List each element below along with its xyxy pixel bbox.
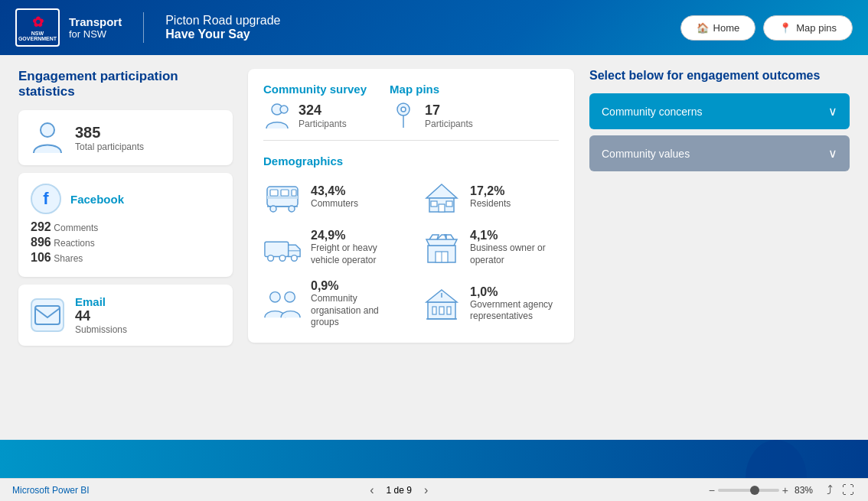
survey-row: Community survey 324 Participants [263, 83, 559, 141]
map-pins-label: Participants [425, 119, 473, 129]
project-main: Picton Road upgrade [165, 14, 280, 28]
header-divider [143, 12, 144, 43]
svg-rect-32 [439, 307, 444, 314]
demographics-section: Demographics [263, 155, 559, 329]
bottom-bar [0, 440, 868, 478]
email-title: Email [75, 295, 127, 308]
demo-community: 0,9% Community organisation and groups [263, 279, 400, 329]
project-title: Picton Road upgrade Have Your Say [165, 14, 280, 41]
facebook-icon: f [31, 184, 61, 214]
email-label-text: Submissions [75, 324, 127, 335]
svg-rect-18 [446, 201, 452, 207]
facebook-card: f Facebook 292 Comments 896 Reactions 10… [18, 173, 233, 277]
svg-rect-1 [35, 306, 60, 324]
demo-freight: 24,9% Freight or heavy vehicle operator [263, 229, 400, 267]
house-icon [423, 178, 461, 216]
brand-for-nsw: for NSW [69, 28, 122, 40]
business-pct: 4,1% [470, 229, 559, 242]
community-survey-item: 324 Participants [263, 102, 367, 129]
community-survey-label: Participants [299, 119, 347, 129]
svg-rect-7 [267, 196, 298, 199]
community-survey-title: Community survey [263, 83, 367, 96]
facebook-shares: 106 Shares [31, 251, 220, 265]
map-pins-title: Map pins [390, 83, 473, 96]
community-survey-section: Community survey 324 Participants [263, 83, 367, 129]
commuters-pct: 43,4% [311, 184, 358, 198]
government-data: 1,0% Government agency representatives [470, 285, 559, 323]
freight-pct: 24,9% [311, 229, 400, 242]
business-desc: Business owner or operator [470, 242, 559, 266]
footer-right: − + 83% ⤴ ⛶ [709, 482, 856, 499]
demo-business: 4,1% Business owner or operator [423, 229, 559, 267]
powerbi-link[interactable]: Microsoft Power BI [12, 485, 90, 496]
svg-point-21 [268, 255, 274, 262]
bus-icon [263, 178, 302, 216]
svg-point-23 [292, 255, 298, 262]
shop-icon [423, 229, 461, 267]
community-concerns-button[interactable]: Community concerns ∨ [589, 93, 850, 129]
total-participants-card: 385 Total participants [18, 110, 233, 165]
home-button[interactable]: 🏠 Home [680, 15, 756, 41]
community-concerns-label: Community concerns [602, 106, 703, 118]
residents-pct: 17,2% [470, 184, 511, 198]
facebook-reactions-number: 896 [31, 236, 51, 249]
nsw-logo: ✿ NSWGOVERNMENT [15, 8, 60, 47]
next-page-button[interactable]: › [419, 482, 432, 499]
people-icon [263, 285, 302, 323]
svg-marker-14 [426, 184, 457, 198]
svg-point-3 [280, 106, 288, 113]
zoom-minus[interactable]: − [709, 484, 715, 496]
header-buttons: 🏠 Home 📍 Map pins [680, 15, 853, 41]
zoom-plus[interactable]: + [782, 484, 788, 496]
email-info: Email 44 Submissions [75, 295, 127, 335]
community-survey-number: 324 [299, 102, 347, 119]
map-pins-item: 17 Participants [390, 102, 473, 129]
community-pct: 0,9% [311, 279, 400, 293]
svg-rect-19 [265, 242, 289, 256]
share-button[interactable]: ⤴ [825, 482, 834, 499]
map-pins-number: 17 [425, 102, 473, 119]
zoom-slider-thumb[interactable] [750, 486, 759, 495]
svg-rect-33 [447, 307, 451, 314]
community-survey-data: 324 Participants [299, 102, 347, 129]
map-pins-button[interactable]: 📍 Map pins [763, 15, 853, 41]
svg-point-28 [285, 292, 295, 302]
facebook-shares-number: 106 [31, 251, 51, 264]
stats-panel: Community survey 324 Participants [248, 69, 574, 343]
chevron-down-icon-2: ∨ [828, 146, 837, 161]
nsw-flower: ✿ [32, 14, 44, 31]
residents-data: 17,2% Residents [470, 184, 511, 210]
map-pins-data: 17 Participants [425, 102, 473, 129]
home-icon: 🏠 [697, 22, 709, 34]
svg-point-12 [270, 206, 276, 212]
truck-icon [263, 229, 302, 267]
prev-page-button[interactable]: ‹ [365, 482, 378, 499]
nsw-gov-text: NSWGOVERNMENT [18, 31, 57, 41]
svg-rect-9 [281, 190, 289, 196]
email-number: 44 [75, 308, 127, 324]
facebook-comments: 292 Comments [31, 220, 220, 234]
footer-left: Microsoft Power BI [12, 485, 90, 496]
facebook-stats: 292 Comments 896 Reactions 106 Shares [31, 220, 220, 265]
zoom-slider-track[interactable] [718, 489, 779, 492]
residents-desc: Residents [470, 198, 511, 210]
page-total: 9 [406, 485, 412, 496]
brand-text: Transport for NSW [69, 15, 122, 40]
chevron-down-icon: ∨ [828, 104, 837, 119]
page-de: de [393, 485, 403, 496]
community-values-button[interactable]: Community values ∨ [589, 135, 850, 171]
freight-desc: Freight or heavy vehicle operator [311, 242, 400, 266]
community-desc: Community organisation and groups [311, 293, 400, 329]
footer-center: ‹ 1 de 9 › [365, 482, 432, 499]
project-sub: Have Your Say [165, 28, 280, 41]
email-card: Email 44 Submissions [18, 285, 233, 346]
total-participants-label: Total participants [75, 142, 144, 152]
demo-commuters: 43,4% Commuters [263, 178, 400, 216]
svg-point-22 [279, 255, 286, 262]
email-icon [31, 298, 64, 332]
home-label: Home [713, 22, 740, 34]
zoom-control: − + [709, 484, 788, 496]
svg-point-13 [289, 206, 295, 212]
person-icon [31, 121, 64, 155]
fullscreen-button[interactable]: ⛶ [840, 482, 856, 499]
